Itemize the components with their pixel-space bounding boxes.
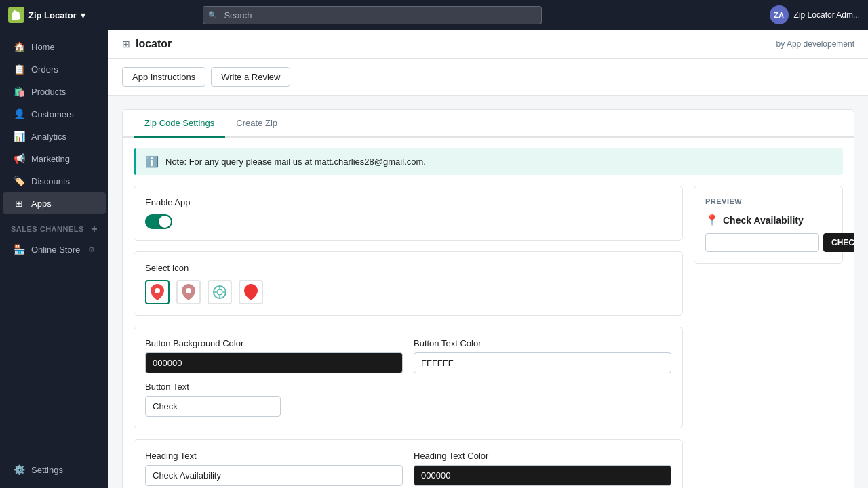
sidebar-item-customers[interactable]: 👤 Customers — [3, 103, 106, 125]
enable-app-toggle[interactable] — [145, 214, 172, 229]
sidebar-label-products: Products — [31, 87, 66, 97]
online-store-settings-icon[interactable]: ⚙ — [88, 245, 95, 254]
button-color-row: Button Background Color Button Text Colo… — [145, 338, 671, 373]
info-banner-text: Note: For any query please mail us at ma… — [165, 157, 426, 167]
bg-color-input[interactable] — [145, 352, 403, 373]
search-container — [203, 6, 542, 24]
tabs-row: Zip Code Settings Create Zip — [123, 110, 854, 138]
orders-icon: 📋 — [14, 64, 24, 75]
heading-text-label: Heading Text — [145, 451, 403, 461]
select-icon-card: Select Icon — [134, 251, 683, 316]
tab-container: Zip Code Settings Create Zip ℹ️ Note: Fo… — [122, 109, 854, 488]
main-content: Zip Code Settings Create Zip ℹ️ Note: Fo… — [108, 96, 868, 488]
sidebar-label-home: Home — [31, 42, 55, 52]
svg-point-1 — [186, 288, 191, 293]
sidebar-item-settings[interactable]: ⚙️ Settings — [3, 459, 106, 481]
button-text-input[interactable] — [145, 396, 281, 417]
tab-zip-code-settings[interactable]: Zip Code Settings — [134, 110, 225, 138]
sidebar-item-orders[interactable]: 📋 Orders — [3, 58, 106, 80]
text-color-input[interactable] — [414, 352, 671, 373]
write-review-button[interactable]: Write a Review — [211, 67, 290, 87]
sidebar-label-apps: Apps — [31, 199, 52, 209]
heading-text-input[interactable] — [145, 465, 403, 486]
heading-color-input[interactable] — [414, 465, 671, 486]
page-header: ⊞ locator by App developement — [108, 30, 868, 59]
enable-app-label: Enable App — [145, 197, 671, 207]
customers-icon: 👤 — [14, 108, 24, 119]
discounts-icon: 🏷️ — [14, 176, 24, 186]
shopify-icon — [8, 7, 24, 23]
sidebar-section-sales-channels: SALES CHANNELS + — [0, 215, 108, 238]
preview-label: PREVIEW — [705, 197, 831, 205]
info-icon: ℹ️ — [145, 155, 159, 168]
svg-point-3 — [217, 289, 222, 295]
action-buttons-bar: App Instructions Write a Review — [108, 59, 868, 96]
home-icon: 🏠 — [14, 41, 24, 52]
sidebar-item-marketing[interactable]: 📢 Marketing — [3, 148, 106, 169]
preview-zip-input[interactable] — [705, 233, 819, 252]
button-colors-card: Button Background Color Button Text Colo… — [134, 327, 683, 428]
by-developer-text: by App developement — [776, 39, 854, 49]
page-title: locator — [136, 38, 172, 50]
icon-option-2[interactable] — [176, 280, 201, 304]
sidebar-item-online-store[interactable]: 🏪 Online Store ⚙ — [3, 239, 106, 260]
sidebar-label-discounts: Discounts — [31, 176, 70, 186]
sidebar-label-online-store: Online Store — [31, 245, 80, 255]
products-icon: 🛍️ — [14, 86, 24, 97]
bg-color-group: Button Background Color — [145, 338, 403, 373]
button-text-label: Button Text — [145, 382, 671, 392]
username: Zip Locator Adm... — [794, 10, 860, 20]
add-sales-channel-button[interactable]: + — [91, 223, 98, 235]
button-text-group: Button Text — [145, 382, 671, 417]
locator-grid-icon: ⊞ — [122, 39, 130, 49]
sidebar-label-orders: Orders — [31, 64, 58, 75]
sidebar-label-customers: Customers — [31, 109, 74, 119]
brand-chevron: ▾ — [81, 10, 85, 20]
preview-input-row: CHECK — [705, 233, 831, 252]
preview-panel: PREVIEW 📍 Check Availability CHECK — [694, 186, 843, 488]
sidebar-label-settings: Settings — [31, 465, 63, 475]
sidebar-item-apps[interactable]: ⊞ Apps — [3, 192, 106, 214]
avatar: ZA — [770, 5, 789, 24]
heading-text-group: Heading Text — [145, 451, 403, 486]
app-instructions-button[interactable]: App Instructions — [122, 67, 205, 87]
online-store-icon: 🏪 — [14, 244, 24, 255]
heading-color-group: Heading Text Color — [414, 451, 671, 486]
analytics-icon: 📊 — [14, 131, 24, 142]
apps-icon: ⊞ — [14, 198, 24, 209]
sidebar-item-products[interactable]: 🛍️ Products — [3, 81, 106, 102]
tab-create-zip[interactable]: Create Zip — [225, 110, 288, 138]
text-color-label: Button Text Color — [414, 338, 671, 348]
sidebar: 🏠 Home 📋 Orders 🛍️ Products 👤 Customers … — [0, 30, 108, 488]
search-input[interactable] — [203, 6, 542, 24]
text-color-group: Button Text Color — [414, 338, 671, 373]
select-icon-label: Select Icon — [145, 263, 671, 273]
settings-layout: Enable App Select Icon — [123, 186, 854, 488]
icon-option-4[interactable] — [239, 280, 263, 304]
preview-heading-text: Check Availability — [723, 215, 804, 226]
icon-option-1[interactable] — [145, 280, 170, 304]
preview-pin-icon: 📍 — [705, 214, 719, 226]
settings-main: Enable App Select Icon — [134, 186, 683, 488]
heading-settings-card: Heading Text Heading Text Color — [134, 439, 683, 488]
sidebar-item-home[interactable]: 🏠 Home — [3, 36, 106, 58]
sidebar-item-analytics[interactable]: 📊 Analytics — [3, 125, 106, 147]
icon-selector — [145, 280, 671, 304]
svg-point-0 — [155, 288, 160, 293]
brand-logo[interactable]: Zip Locator ▾ — [8, 7, 85, 23]
content-area: ⊞ locator by App developement App Instru… — [108, 30, 868, 488]
heading-row: Heading Text Heading Text Color — [145, 451, 671, 486]
icon-option-3[interactable] — [208, 280, 232, 304]
top-navigation: Zip Locator ▾ ZA Zip Locator Adm... — [0, 0, 868, 30]
heading-color-label: Heading Text Color — [414, 451, 671, 461]
user-menu[interactable]: ZA Zip Locator Adm... — [770, 5, 860, 24]
brand-name: Zip Locator — [28, 10, 77, 20]
info-banner: ℹ️ Note: For any query please mail us at… — [134, 148, 843, 175]
bg-color-label: Button Background Color — [145, 338, 403, 348]
preview-heading: 📍 Check Availability — [705, 214, 831, 226]
sidebar-label-marketing: Marketing — [31, 154, 70, 164]
preview-check-button[interactable]: CHECK — [823, 233, 854, 252]
enable-app-card: Enable App — [134, 186, 683, 241]
settings-icon: ⚙️ — [14, 464, 24, 475]
sidebar-item-discounts[interactable]: 🏷️ Discounts — [3, 170, 106, 192]
